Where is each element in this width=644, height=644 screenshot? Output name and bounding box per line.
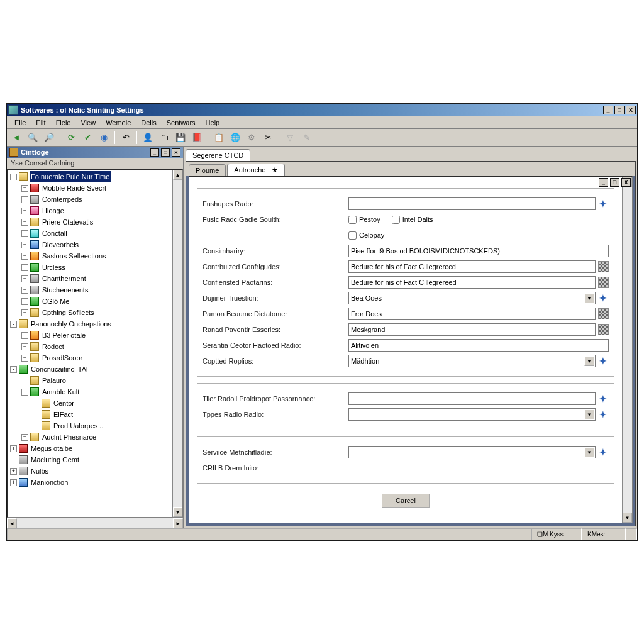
tree-node[interactable]: +Cpthing Sofllects	[8, 307, 172, 318]
tab-autrouche[interactable]: Autrouche ★	[227, 164, 284, 176]
combo-tppes[interactable]: ▼	[348, 408, 596, 421]
tree-node[interactable]: +Comterrpeds	[8, 194, 172, 205]
browse-icon[interactable]	[598, 277, 609, 288]
action-icon[interactable]: ✦	[598, 355, 609, 367]
doc-minimize-button[interactable]: _	[599, 178, 608, 187]
globe-icon[interactable]: ◉	[97, 131, 111, 145]
tree-expander-icon[interactable]: +	[21, 264, 28, 271]
panel-close-button[interactable]: X	[172, 148, 180, 157]
tree-node[interactable]: Macluting Gemt	[8, 454, 172, 465]
action-icon[interactable]: ✦	[598, 409, 609, 420]
tree-node[interactable]: +CGló Me	[8, 296, 172, 307]
maximize-button[interactable]: □	[614, 106, 625, 114]
tree-expander-icon[interactable]: +	[21, 434, 28, 441]
wrench-icon[interactable]: ✎	[299, 131, 313, 145]
filter-icon[interactable]: ▽	[283, 131, 297, 145]
user-icon[interactable]: 👤	[141, 131, 155, 145]
checkbox-pestoy[interactable]: Pestoy	[348, 216, 380, 224]
tree-expander-icon[interactable]: +	[21, 185, 28, 192]
input-tiler[interactable]	[348, 392, 596, 405]
refresh-icon[interactable]: ⟳	[64, 131, 78, 145]
menu-view[interactable]: View	[75, 118, 101, 128]
checkbox-intel-dalts[interactable]: Intel Dalts	[392, 216, 433, 224]
tree-expander-icon[interactable]: -	[10, 174, 17, 180]
tree-node[interactable]: -Concnucaitinc| TAl	[8, 364, 172, 375]
tree-expander-icon[interactable]: +	[21, 332, 28, 339]
cut-icon[interactable]: ✂	[261, 131, 275, 145]
tree-expander-icon[interactable]: +	[21, 253, 28, 260]
tab-ploume[interactable]: Ploume	[189, 164, 226, 176]
browse-icon[interactable]	[598, 308, 609, 319]
tree-expander-icon[interactable]: +	[21, 275, 28, 282]
tree-node[interactable]: +Manionction	[8, 477, 172, 488]
doc-maximize-button[interactable]: □	[610, 178, 619, 187]
tab-segerene[interactable]: Segerene CTCD	[186, 149, 250, 161]
combo-dujiiner[interactable]: Bea Ooes▼	[348, 292, 596, 304]
zoom-out-icon[interactable]: 🔎	[42, 131, 56, 145]
input-fushupes[interactable]	[348, 197, 596, 210]
scroll-up-icon[interactable]: ▲	[173, 170, 182, 180]
scroll-down-icon[interactable]: ▼	[173, 507, 182, 517]
tree-node[interactable]: Palauro	[8, 375, 172, 386]
tree-node[interactable]: -Fo nuerale Puie Nur Time	[8, 171, 172, 182]
action-icon[interactable]: ✦	[598, 393, 609, 404]
scroll-track[interactable]	[173, 180, 182, 507]
tree-node[interactable]: +Mobble Raidé Svecrt	[8, 182, 172, 194]
tree-node[interactable]: -Amable Kult	[8, 386, 172, 397]
chevron-down-icon[interactable]: ▼	[584, 293, 594, 303]
tree-node[interactable]: +Megus otalbe	[8, 443, 172, 454]
world-icon[interactable]: 🌐	[228, 131, 242, 145]
check-icon[interactable]: ✔	[80, 131, 94, 145]
panel-minimize-button[interactable]: _	[150, 148, 159, 157]
tree-node[interactable]: Centor	[8, 397, 172, 409]
menu-edit[interactable]: Eilt	[31, 118, 50, 128]
tree-expander-icon[interactable]: -	[21, 389, 28, 396]
tree-node[interactable]: +Conctall	[8, 228, 172, 239]
panel-maximize-button[interactable]: □	[161, 148, 170, 157]
scroll-down-icon[interactable]: ▼	[623, 513, 632, 523]
action-icon[interactable]: ✦	[598, 447, 609, 458]
tree-expander-icon[interactable]: +	[21, 298, 28, 305]
tree-node[interactable]: +Hlonge	[8, 205, 172, 216]
close-button[interactable]: X	[626, 106, 636, 114]
chevron-down-icon[interactable]: ▼	[584, 356, 594, 366]
scroll-left-icon[interactable]: ◄	[7, 518, 17, 528]
tree-node[interactable]: +Auclnt Phesnarce	[8, 431, 172, 443]
tree-node[interactable]: +Urcless	[8, 262, 172, 273]
gear-icon[interactable]: ⚙	[245, 131, 258, 145]
browse-icon[interactable]	[598, 261, 609, 272]
tree-horizontal-scrollbar[interactable]: ◄ ►	[7, 518, 183, 528]
tree-node[interactable]: EiFact	[8, 409, 172, 420]
tree-expander-icon[interactable]: +	[21, 343, 28, 350]
tree-expander-icon[interactable]: +	[21, 309, 28, 316]
tree-node[interactable]: +Stuchenenents	[8, 284, 172, 296]
tree-expander-icon[interactable]: +	[21, 355, 28, 362]
navigation-tree[interactable]: -Fo nuerale Puie Nur Time+Mobble Raidé S…	[8, 170, 172, 517]
input-ranad[interactable]	[348, 323, 596, 336]
tree-expander-icon[interactable]: +	[21, 242, 28, 248]
menu-wemele[interactable]: Wemele	[101, 118, 136, 128]
tree-node[interactable]: +ProsrdlSooor	[8, 352, 172, 364]
tree-node[interactable]: +Nulbs	[8, 465, 172, 477]
zoom-in-icon[interactable]: 🔍	[26, 131, 40, 145]
tree-node[interactable]: -Panonochly Onchepstions	[8, 318, 172, 330]
input-contrbuized[interactable]	[348, 260, 596, 273]
scroll-track[interactable]	[17, 518, 173, 528]
combo-coptted[interactable]: Mädhtion▼	[348, 355, 596, 367]
doc-close-button[interactable]: X	[621, 178, 631, 187]
input-serantia[interactable]	[348, 339, 609, 352]
input-pamon[interactable]	[348, 308, 596, 320]
cancel-button[interactable]: Carcel	[382, 494, 430, 508]
action-icon[interactable]: ✦	[598, 292, 609, 304]
tree-expander-icon[interactable]: +	[21, 230, 28, 237]
tree-node[interactable]: +Dloveorbels	[8, 239, 172, 250]
tree-node[interactable]: +Chantherment	[8, 273, 172, 284]
chevron-down-icon[interactable]: ▼	[584, 409, 594, 419]
menu-help[interactable]: Help	[201, 118, 225, 128]
input-consimhariry[interactable]	[348, 245, 609, 257]
input-confieristed[interactable]	[348, 276, 596, 289]
menu-file[interactable]: Eile	[9, 118, 31, 128]
tree-node[interactable]: +Priere Ctatevatls	[8, 216, 172, 228]
tree-expander-icon[interactable]: +	[10, 479, 17, 486]
save-icon[interactable]: 💾	[174, 131, 187, 145]
